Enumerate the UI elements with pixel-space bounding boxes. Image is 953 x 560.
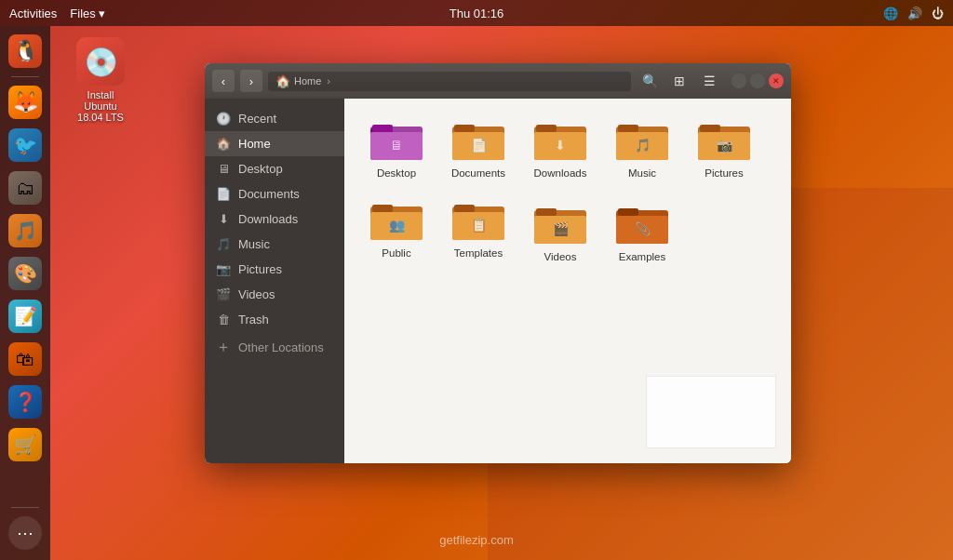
desktop-folder-icon: 🖥 <box>370 119 423 164</box>
public-folder-label: Public <box>382 247 410 260</box>
fm-content: 🖥 Desktop 📄 Documents <box>344 99 791 463</box>
videos-folder-icon: 🎬 <box>534 203 586 247</box>
install-ubuntu-label: InstallUbuntu18.04 LTS <box>77 89 124 123</box>
svg-rect-5 <box>454 125 475 132</box>
files-grid: 🖥 Desktop 📄 Documents <box>359 113 776 270</box>
svg-rect-29 <box>536 208 557 216</box>
documents-folder-label: Documents <box>451 167 505 180</box>
forward-button[interactable]: › <box>240 70 262 92</box>
dock-item-gimp[interactable]: 🎨 <box>6 254 45 293</box>
show-apps-button[interactable]: ⋯ <box>6 513 45 553</box>
sidebar-item-home[interactable]: 🏠 Home <box>205 131 344 156</box>
downloads-folder-label: Downloads <box>534 167 587 180</box>
menu-button[interactable]: ☰ <box>696 68 722 94</box>
volume-icon: 🔊 <box>907 7 922 20</box>
documents-icon: 📄 <box>216 187 231 201</box>
folder-documents[interactable]: 📄 Documents <box>441 113 516 186</box>
dock-bottom: ⋯ <box>6 505 45 553</box>
dock-separator-bottom <box>11 507 39 508</box>
svg-text:🎵: 🎵 <box>635 138 651 153</box>
templates-folder-icon: 📋 <box>452 199 504 244</box>
videos-icon: 🎬 <box>216 287 231 301</box>
folder-music[interactable]: 🎵 Music <box>605 113 679 186</box>
pictures-folder-icon: 📷 <box>698 119 750 164</box>
svg-rect-21 <box>372 205 393 212</box>
sidebar-item-recent[interactable]: 🕐 Recent <box>205 106 344 131</box>
minimize-button[interactable]: – <box>732 73 746 88</box>
sidebar-item-desktop[interactable]: 🖥 Desktop <box>205 156 344 181</box>
dock-item-help[interactable]: ❓ <box>6 382 45 421</box>
svg-text:📷: 📷 <box>717 138 733 153</box>
desktop-folder-label: Desktop <box>377 167 416 180</box>
videos-folder-label: Videos <box>544 251 577 264</box>
pictures-folder-label: Pictures <box>705 167 744 180</box>
folder-videos[interactable]: 🎬 Videos <box>523 197 597 270</box>
watermark: getfilezip.com <box>439 533 513 547</box>
fm-titlebar: ‹ › 🏠 Home › 🔍 ⊞ ☰ – □ ✕ <box>205 63 791 99</box>
home-nav-icon: 🏠 <box>216 137 231 151</box>
svg-rect-2 <box>372 125 393 132</box>
dock-item-texteditor[interactable]: 📝 <box>6 297 45 336</box>
fm-toolbar-right: 🔍 ⊞ ☰ <box>637 68 722 94</box>
file-manager-window: ‹ › 🏠 Home › 🔍 ⊞ ☰ – □ ✕ 🕐 Recent 🏠 <box>205 63 791 463</box>
install-ubuntu-img: 💿 <box>76 37 125 86</box>
svg-rect-13 <box>618 125 638 132</box>
sidebar-item-pictures[interactable]: 📷 Pictures <box>205 257 344 282</box>
downloads-folder-icon: ⬇ <box>534 119 586 164</box>
sidebar-item-trash[interactable]: 🗑 Trash <box>205 307 344 332</box>
dock: 🐧 🦊 🐦 🗂 🎵 🎨 📝 🛍 <box>0 26 50 560</box>
sidebar-item-music[interactable]: 🎵 Music <box>205 232 344 257</box>
svg-text:📄: 📄 <box>471 138 488 153</box>
install-ubuntu-icon[interactable]: 💿 InstallUbuntu18.04 LTS <box>63 37 138 123</box>
power-icon[interactable]: ⏻ <box>932 7 944 20</box>
folder-public[interactable]: 👥 Public <box>359 193 434 270</box>
folder-pictures[interactable]: 📷 Pictures <box>687 113 761 186</box>
activities-button[interactable]: Activities <box>9 7 57 20</box>
templates-folder-label: Templates <box>454 247 503 260</box>
documents-folder-icon: 📄 <box>452 119 504 164</box>
window-controls: – □ ✕ <box>732 73 784 88</box>
svg-rect-9 <box>536 125 557 132</box>
examples-folder-icon: 📎 <box>616 203 668 247</box>
folder-templates[interactable]: 📋 Templates <box>441 193 516 270</box>
breadcrumb-chevron: Home <box>294 75 321 87</box>
sidebar-item-documents[interactable]: 📄 Documents <box>205 181 344 207</box>
home-icon: 🏠 <box>275 74 290 88</box>
folder-downloads[interactable]: ⬇ Downloads <box>523 113 597 186</box>
trash-icon: 🗑 <box>216 313 231 327</box>
dock-item-ubuntu[interactable]: 🐧 <box>6 32 45 71</box>
svg-rect-25 <box>454 205 475 212</box>
sidebar-item-videos[interactable]: 🎬 Videos <box>205 282 344 307</box>
folder-examples[interactable]: 📎 Examples <box>605 197 679 270</box>
files-menu[interactable]: Files ▾ <box>70 7 105 20</box>
network-icon: 🌐 <box>883 7 898 20</box>
dock-item-rhythmbox[interactable]: 🎵 <box>6 211 45 250</box>
search-button[interactable]: 🔍 <box>637 68 663 94</box>
dock-item-amazon[interactable]: 🛒 <box>6 425 45 464</box>
music-icon: 🎵 <box>216 237 231 251</box>
svg-text:🎬: 🎬 <box>553 221 570 237</box>
breadcrumb[interactable]: 🏠 Home › <box>268 72 631 91</box>
svg-text:🖥: 🖥 <box>390 138 403 153</box>
dock-item-thunderbird[interactable]: 🐦 <box>6 126 45 165</box>
folder-desktop[interactable]: 🖥 Desktop <box>359 113 434 186</box>
back-button[interactable]: ‹ <box>212 70 235 92</box>
recent-icon: 🕐 <box>216 112 231 126</box>
add-icon: ＋ <box>216 338 231 357</box>
maximize-button[interactable]: □ <box>750 73 765 88</box>
music-folder-label: Music <box>628 167 656 180</box>
topbar-left: Activities Files ▾ <box>9 7 321 20</box>
dock-item-firefox[interactable]: 🦊 <box>6 83 45 122</box>
public-folder-icon: 👥 <box>370 199 423 244</box>
svg-text:👥: 👥 <box>389 218 406 233</box>
dock-item-files[interactable]: 🗂 <box>6 168 45 207</box>
view-toggle-button[interactable]: ⊞ <box>666 68 692 94</box>
close-button[interactable]: ✕ <box>769 73 784 88</box>
dock-item-appstore[interactable]: 🛍 <box>6 340 45 379</box>
sidebar-item-downloads[interactable]: ⬇ Downloads <box>205 207 344 232</box>
topbar-clock: Thu 01:16 <box>321 7 633 20</box>
sidebar-item-other-locations[interactable]: ＋ Other Locations <box>205 332 344 363</box>
svg-text:📋: 📋 <box>471 218 488 233</box>
desktop-icon-nav: 🖥 <box>216 162 231 176</box>
svg-text:📎: 📎 <box>635 221 651 237</box>
